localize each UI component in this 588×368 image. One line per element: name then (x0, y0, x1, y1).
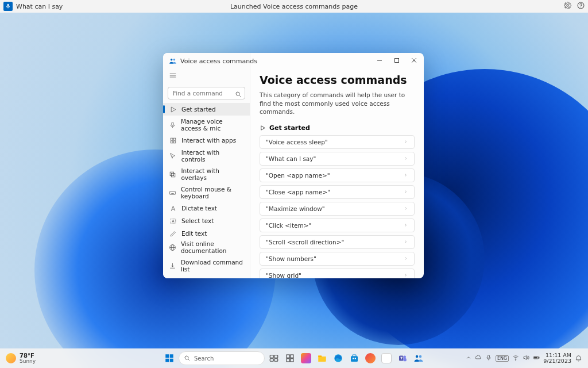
explorer-icon[interactable] (315, 351, 329, 365)
sidebar-item-mouse[interactable]: Control mouse & keyboard (163, 183, 250, 202)
onedrive-icon[interactable] (475, 354, 482, 362)
chevron-right-icon (403, 139, 408, 145)
keyboard-icon (169, 189, 176, 197)
svg-rect-37 (165, 359, 169, 362)
command-row[interactable]: "Show grid" (260, 269, 415, 278)
battery-icon[interactable] (533, 354, 540, 362)
sidebar-item-label: Interact with overlays (181, 167, 244, 181)
sidebar-item-dictate[interactable]: Dictate text (163, 202, 250, 214)
command-text: "Close <app name>" (266, 189, 330, 195)
sidebar-item-get-started[interactable]: Get started (163, 103, 250, 116)
help-icon[interactable] (577, 2, 585, 11)
svg-rect-45 (287, 355, 289, 358)
content-pane[interactable]: Voice access commands This category of c… (250, 53, 424, 278)
chevron-right-icon (403, 255, 408, 262)
chevron-right-icon (403, 172, 408, 179)
taskbar: 78°F Sunny Search T ENG (0, 348, 588, 368)
taskbar-search[interactable]: Search (179, 351, 265, 365)
svg-rect-46 (291, 355, 293, 358)
sidebar-item-select[interactable]: Select text (163, 214, 250, 227)
svg-rect-38 (170, 359, 173, 362)
start-button[interactable] (163, 351, 176, 365)
teams-icon[interactable]: T (396, 351, 409, 365)
sidebar-item-label: Interact with controls (181, 149, 244, 163)
page-heading: Voice access commands (260, 74, 415, 86)
globe-icon (169, 243, 176, 251)
mic-toggle-button[interactable] (3, 2, 13, 11)
layers-icon (169, 170, 176, 178)
weather-cond: Sunny (20, 359, 36, 365)
notifications-icon[interactable] (575, 354, 582, 363)
command-text: "Maximize window" (266, 205, 325, 212)
sidebar-item-online-docs[interactable]: Visit online documentation (163, 238, 250, 256)
widgets-button[interactable] (283, 351, 297, 365)
svg-rect-16 (171, 138, 173, 140)
svg-rect-20 (170, 172, 174, 176)
mic-tray-icon[interactable] (485, 354, 492, 362)
svg-rect-36 (170, 354, 173, 358)
weather-widget[interactable]: 78°F Sunny (0, 352, 36, 365)
pinned-app-3[interactable] (380, 351, 393, 365)
command-text: "Voice access sleep" (266, 139, 328, 145)
svg-line-40 (188, 359, 190, 361)
section-header: Get started (260, 124, 415, 132)
settings-icon[interactable] (564, 2, 571, 11)
svg-rect-18 (171, 141, 173, 143)
svg-point-0 (567, 5, 568, 6)
voice-access-taskbar-icon[interactable] (412, 351, 425, 365)
sidebar-item-apps[interactable]: Interact with apps (163, 134, 250, 147)
network-icon[interactable] (512, 354, 519, 362)
command-text: "Open <app name>" (266, 172, 330, 179)
download-icon (169, 262, 176, 270)
sidebar-item-label: Interact with apps (181, 137, 236, 144)
search-input[interactable] (168, 87, 245, 99)
svg-rect-35 (165, 354, 169, 358)
app-icon (169, 57, 177, 65)
hamburger-button[interactable] (163, 69, 250, 85)
pinned-app-2[interactable] (363, 351, 377, 365)
command-row[interactable]: "What can I say" (260, 152, 415, 166)
voice-access-status: Launched Voice access commands page (230, 3, 358, 10)
svg-rect-65 (535, 357, 537, 358)
command-row[interactable]: "Voice access sleep" (260, 135, 415, 149)
command-row[interactable]: "Open <app name>" (260, 168, 415, 182)
page-description: This category of commands will help the … (260, 91, 415, 116)
svg-marker-14 (171, 107, 176, 112)
sidebar-item-label: Dictate text (181, 205, 217, 212)
svg-rect-19 (173, 141, 176, 143)
language-indicator[interactable]: ENG (496, 355, 509, 362)
svg-rect-57 (404, 358, 407, 361)
task-view-button[interactable] (267, 351, 281, 365)
pinned-app-1[interactable] (299, 351, 313, 365)
cursor-icon (169, 152, 177, 160)
sidebar-item-controls[interactable]: Interact with controls (163, 147, 250, 165)
clock[interactable]: 11:11 AM 9/21/2023 (543, 352, 571, 365)
sidebar-item-label: Download command list (181, 259, 244, 273)
sidebar-item-label: Control mouse & keyboard (181, 186, 244, 200)
voice-access-prompt[interactable]: What can I say (16, 3, 63, 10)
edge-icon[interactable] (331, 351, 345, 365)
sidebar-item-edit[interactable]: Edit text (163, 227, 250, 238)
svg-rect-41 (270, 355, 273, 358)
window-title: Voice access commands (180, 57, 257, 65)
command-row[interactable]: "Show numbers" (260, 252, 415, 266)
command-row[interactable]: "Close <app name>" (260, 185, 415, 199)
command-row[interactable]: "Scroll <scroll direction>" (260, 235, 415, 249)
sidebar-item-label: Select text (181, 217, 214, 224)
svg-point-12 (236, 92, 239, 95)
svg-rect-21 (172, 173, 176, 177)
command-row[interactable]: "Click <item>" (260, 218, 415, 232)
svg-point-62 (516, 360, 516, 361)
search-icon (235, 89, 242, 96)
sidebar-item-overlays[interactable]: Interact with overlays (163, 165, 250, 183)
sidebar-item-download[interactable]: Download command list (163, 256, 250, 275)
svg-rect-44 (274, 359, 278, 362)
svg-point-4 (173, 59, 176, 61)
sidebar-item-label: Visit online documentation (181, 240, 244, 254)
volume-icon[interactable] (523, 354, 529, 362)
command-row[interactable]: "Maximize window" (260, 202, 415, 216)
store-icon[interactable] (347, 351, 361, 365)
tray-overflow-icon[interactable] (466, 355, 471, 362)
mic-icon (169, 121, 176, 129)
sidebar-item-manage[interactable]: Manage voice access & mic (163, 116, 250, 134)
